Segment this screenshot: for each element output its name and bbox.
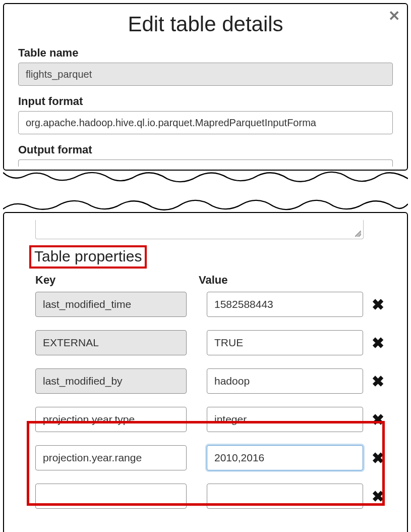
field-output-format: Output format bbox=[18, 143, 393, 167]
property-key-input[interactable] bbox=[35, 368, 187, 394]
torn-edge-icon bbox=[3, 197, 408, 212]
close-icon[interactable]: ✕ bbox=[388, 9, 400, 23]
delete-row-icon[interactable]: ✖ bbox=[370, 373, 385, 390]
modal-title: Edit table details bbox=[18, 12, 393, 36]
property-key-input[interactable] bbox=[35, 292, 187, 317]
delete-row-icon[interactable]: ✖ bbox=[370, 296, 385, 313]
table-property-row: ✖ bbox=[35, 484, 397, 509]
table-name-input[interactable] bbox=[18, 63, 393, 86]
edit-table-modal-bottom: Table properties Key Value ✖ ✖ ✖ ✖ bbox=[3, 212, 408, 532]
field-input-format: Input format bbox=[18, 95, 393, 134]
torn-edge-icon bbox=[3, 171, 408, 186]
delete-row-icon[interactable]: ✖ bbox=[370, 334, 385, 352]
textarea-resizer-stub[interactable] bbox=[35, 220, 364, 239]
field-table-name: Table name bbox=[18, 46, 393, 86]
column-header-key: Key bbox=[35, 274, 199, 287]
edit-table-modal-top: ✕ Edit table details Table name Input fo… bbox=[3, 3, 408, 171]
delete-row-icon[interactable]: ✖ bbox=[370, 449, 385, 467]
table-property-row: ✖ bbox=[35, 407, 397, 432]
property-value-input[interactable] bbox=[207, 368, 363, 394]
input-format-label: Input format bbox=[18, 95, 393, 108]
output-format-label: Output format bbox=[18, 143, 393, 156]
property-value-input[interactable] bbox=[207, 292, 363, 317]
table-property-row: ✖ bbox=[35, 368, 397, 394]
property-value-input[interactable] bbox=[207, 330, 363, 355]
input-format-input[interactable] bbox=[18, 111, 393, 134]
property-key-input[interactable] bbox=[35, 407, 187, 432]
property-key-input[interactable] bbox=[35, 330, 187, 355]
property-value-input[interactable] bbox=[207, 445, 363, 470]
property-value-input[interactable] bbox=[207, 484, 363, 509]
property-value-input[interactable] bbox=[207, 407, 363, 432]
table-property-row: ✖ bbox=[35, 445, 397, 470]
property-key-input[interactable] bbox=[35, 484, 187, 509]
table-properties-heading: Table properties bbox=[29, 245, 147, 269]
delete-row-icon[interactable]: ✖ bbox=[370, 488, 385, 505]
table-property-row: ✖ bbox=[35, 292, 397, 317]
table-properties-header: Key Value bbox=[35, 274, 397, 287]
output-format-input-partial bbox=[18, 159, 393, 167]
column-header-value: Value bbox=[199, 274, 360, 287]
table-property-row: ✖ bbox=[35, 330, 397, 355]
property-key-input[interactable] bbox=[35, 445, 187, 470]
delete-row-icon[interactable]: ✖ bbox=[370, 411, 385, 429]
table-name-label: Table name bbox=[18, 46, 393, 60]
